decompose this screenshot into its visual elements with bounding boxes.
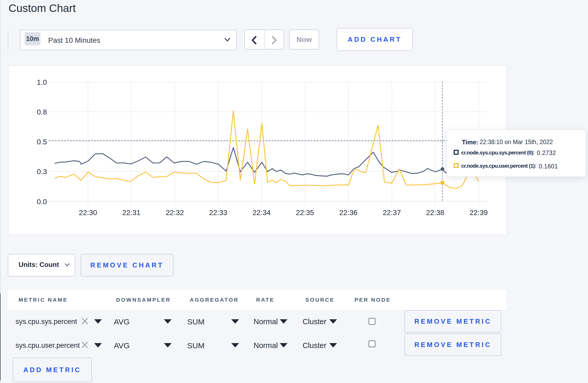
svg-text:22:30: 22:30 <box>79 209 97 217</box>
svg-text:22:33: 22:33 <box>209 209 227 217</box>
svg-text:22:38: 22:38 <box>426 209 444 217</box>
svg-text:0.3: 0.3 <box>37 168 47 176</box>
svg-text:22:37: 22:37 <box>383 209 401 217</box>
svg-text:0.0: 0.0 <box>37 198 47 206</box>
svg-text:22:31: 22:31 <box>122 209 141 217</box>
svg-text:22:34: 22:34 <box>253 209 271 217</box>
svg-text:22:39: 22:39 <box>470 209 488 217</box>
svg-text:1.0: 1.0 <box>37 78 47 86</box>
svg-text:22:35: 22:35 <box>296 209 314 217</box>
svg-text:22:32: 22:32 <box>166 209 184 217</box>
svg-text:22:36: 22:36 <box>339 209 358 217</box>
svg-text:0.8: 0.8 <box>37 108 47 116</box>
svg-text:0.5: 0.5 <box>37 138 47 146</box>
